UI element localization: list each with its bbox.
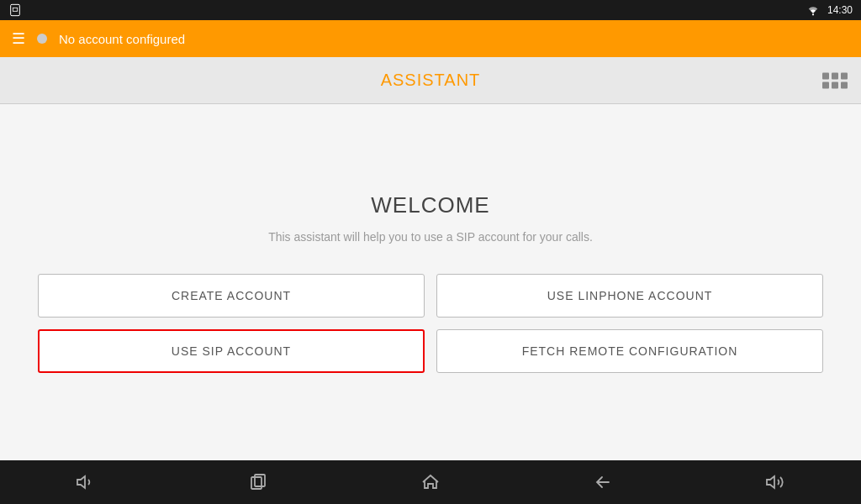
volume-up-icon[interactable] (765, 472, 785, 492)
fetch-remote-button[interactable]: FETCH REMOTE CONFIGURATION (436, 329, 823, 373)
grid-dot (832, 72, 838, 79)
apps-icon[interactable] (822, 72, 848, 88)
grid-dot (822, 81, 829, 88)
bottom-nav-bar (0, 460, 861, 504)
sim-icon (8, 3, 22, 17)
page-title: ASSISTANT (381, 71, 481, 90)
wifi-icon (806, 4, 821, 16)
header-bar: ASSISTANT (0, 57, 861, 104)
recents-icon[interactable] (248, 472, 268, 492)
grid-dot (841, 81, 848, 88)
welcome-title: WELCOME (371, 192, 489, 218)
menu-icon[interactable]: ☰ (12, 29, 25, 48)
svg-rect-0 (11, 4, 20, 15)
account-status-label: No account configured (59, 32, 185, 46)
svg-rect-5 (255, 475, 265, 486)
status-bar-left (8, 3, 22, 17)
grid-dot (841, 72, 848, 79)
use-sip-button[interactable]: USE SIP ACCOUNT (38, 329, 425, 373)
home-icon[interactable] (420, 472, 441, 492)
svg-rect-1 (13, 8, 17, 11)
top-bar: ☰ No account configured (0, 20, 861, 57)
use-linphone-button[interactable]: USE LINPHONE ACCOUNT (436, 274, 823, 318)
svg-rect-4 (251, 477, 261, 489)
main-content: WELCOME This assistant will help you to … (0, 104, 861, 460)
grid-dot (832, 81, 838, 88)
back-icon[interactable] (593, 472, 613, 492)
svg-marker-6 (767, 476, 774, 488)
svg-marker-3 (77, 476, 85, 488)
create-account-button[interactable]: CREATE ACCOUNT (38, 274, 425, 318)
account-status-dot (37, 34, 47, 44)
svg-point-2 (812, 13, 814, 15)
welcome-subtitle: This assistant will help you to use a SI… (268, 230, 593, 244)
status-bar: 14:30 (0, 0, 861, 20)
volume-down-icon[interactable] (76, 472, 96, 492)
grid-dot (822, 72, 829, 79)
status-bar-right: 14:30 (806, 4, 853, 16)
time-display: 14:30 (827, 4, 853, 16)
action-buttons-grid: CREATE ACCOUNT USE LINPHONE ACCOUNT USE … (38, 274, 823, 373)
